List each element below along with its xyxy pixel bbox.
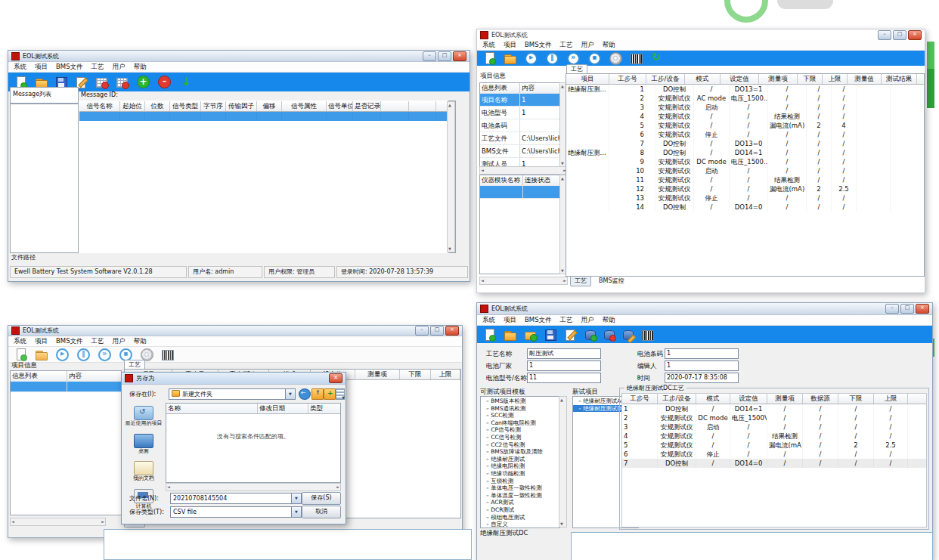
table-row[interactable]: 6安规测试仪停止//// bbox=[566, 130, 924, 139]
up-folder-icon[interactable] bbox=[311, 388, 324, 400]
menu-item[interactable]: 工艺 bbox=[91, 337, 104, 346]
table-row[interactable]: 绝缘耐压测...8DO控制/DO14=1/// bbox=[566, 148, 924, 157]
table-import-icon[interactable] bbox=[96, 76, 108, 88]
stop-icon[interactable] bbox=[119, 348, 132, 361]
table-row[interactable]: 5安规测试仪//漏电流(mA)/22.5 bbox=[622, 441, 926, 450]
window-button[interactable]: – bbox=[415, 326, 429, 336]
table-row[interactable] bbox=[79, 112, 448, 121]
window-button[interactable]: × bbox=[916, 304, 929, 314]
skip-icon[interactable] bbox=[567, 52, 580, 65]
save-in-combobox[interactable]: 新建文件夹 ▼ bbox=[169, 388, 296, 400]
table-row[interactable]: 4安规测试仪//结果检测// bbox=[566, 112, 924, 121]
menu-item[interactable]: BMS文件 bbox=[56, 63, 83, 72]
close-icon[interactable]: × bbox=[329, 373, 342, 383]
menu-item[interactable]: 帮助 bbox=[603, 41, 615, 50]
menu-item[interactable]: 工艺 bbox=[91, 63, 104, 72]
file-type-select[interactable]: CSV file ▼ bbox=[170, 506, 302, 518]
template-item[interactable]: BMS故障读取及清除 bbox=[481, 448, 559, 456]
menu-item[interactable]: 系统 bbox=[482, 41, 495, 50]
menu-item[interactable]: BMS文件 bbox=[525, 316, 552, 325]
barcode-icon[interactable] bbox=[631, 54, 643, 64]
window-button[interactable]: × bbox=[908, 30, 922, 40]
new-file-icon[interactable] bbox=[484, 329, 496, 341]
table-row[interactable]: 2安规测试仪AC mode电压_1500.../// bbox=[566, 94, 924, 103]
pause-icon[interactable] bbox=[77, 348, 90, 361]
back-icon[interactable] bbox=[299, 388, 311, 400]
template-item[interactable]: 互锁检测 bbox=[481, 478, 559, 485]
window-button[interactable]: × bbox=[445, 326, 459, 336]
table-row[interactable]: 绝缘耐压测...1DO控制/DO13=1/// bbox=[566, 85, 924, 94]
open-folder-icon[interactable] bbox=[504, 52, 516, 64]
barcode-icon[interactable] bbox=[162, 350, 174, 360]
chevron-down-icon[interactable]: ▼ bbox=[291, 493, 301, 503]
template-item[interactable]: 绝缘功能检测 bbox=[481, 470, 559, 478]
table-row[interactable]: 1DO控制/DO14=1//// bbox=[622, 404, 926, 413]
table-row[interactable]: 12安规测试仪//漏电流(mA)22.5 bbox=[566, 184, 924, 193]
table-row[interactable]: 电池条码 bbox=[480, 119, 560, 132]
skip-icon[interactable] bbox=[98, 348, 111, 361]
add-icon[interactable] bbox=[137, 76, 150, 88]
template-item[interactable]: ACR测试 bbox=[481, 499, 559, 506]
template-item[interactable]: SCC检测 bbox=[481, 412, 559, 419]
template-item[interactable]: CP信号检测 bbox=[481, 426, 559, 434]
template-item[interactable]: 单体温度一致性检测 bbox=[481, 492, 559, 500]
window-button[interactable]: □ bbox=[900, 304, 914, 314]
menu-item[interactable]: 帮助 bbox=[134, 337, 147, 346]
battery-barcode-input[interactable]: 1 bbox=[665, 348, 739, 359]
template-item[interactable]: CC信号检测 bbox=[481, 434, 559, 441]
table-row[interactable]: 项目名称1 bbox=[480, 94, 560, 107]
table-row[interactable]: 2安规测试仪DC mode电压_1500V;漏...//// bbox=[622, 413, 926, 422]
remove-icon[interactable] bbox=[158, 76, 171, 88]
window-button[interactable]: – bbox=[423, 51, 436, 61]
window-button[interactable]: □ bbox=[438, 51, 451, 61]
open-folder-icon[interactable] bbox=[36, 348, 48, 360]
file-name-input[interactable]: 20210708145504 ▼ bbox=[170, 493, 302, 504]
template-list[interactable]: BMS版本检测BMS通讯检测SCC检测Can终端电阻检测CP信号检测CC信号检测… bbox=[480, 396, 560, 528]
save-button[interactable]: 保存(S) bbox=[302, 492, 341, 505]
tab-bms-monitor[interactable]: BMS监控 bbox=[595, 277, 628, 286]
editor-input[interactable]: 1 bbox=[665, 360, 739, 371]
start-icon[interactable] bbox=[525, 52, 538, 65]
cancel-button[interactable]: 取消 bbox=[302, 506, 341, 518]
template-item[interactable]: DCR测试 bbox=[481, 506, 559, 514]
menu-item[interactable]: BMS文件 bbox=[525, 41, 552, 50]
table-row[interactable]: 7DO控制/DO13=0/// bbox=[566, 139, 924, 148]
table-row[interactable]: 工艺文件C:\Users\lichangjiang\Desktop\ bbox=[480, 132, 560, 145]
new-file-icon[interactable] bbox=[484, 52, 496, 64]
table-row[interactable]: 14DO控制/DO14=0/// bbox=[566, 203, 924, 212]
pause-icon[interactable] bbox=[546, 52, 559, 65]
message-list-box[interactable] bbox=[10, 104, 79, 253]
chevron-down-icon[interactable]: ▼ bbox=[291, 507, 301, 517]
file-list[interactable]: 名称修改日期类型 没有与搜索条件匹配的项。 bbox=[166, 403, 341, 483]
menu-item[interactable]: 系统 bbox=[14, 63, 26, 72]
save-icon[interactable] bbox=[545, 330, 556, 341]
template-item[interactable]: BMS通讯检测 bbox=[481, 405, 559, 413]
horizontal-scrollbar[interactable] bbox=[479, 166, 568, 175]
vertical-scrollbar[interactable] bbox=[447, 101, 455, 252]
menu-item[interactable]: BMS文件 bbox=[56, 337, 83, 346]
title-bar[interactable]: EOL测试系统 –□× bbox=[8, 51, 470, 62]
window-button[interactable]: – bbox=[878, 30, 891, 40]
table-row[interactable]: BMS文件C:\Users\lichangjiang\Desktop\ bbox=[480, 145, 560, 158]
db-add-icon[interactable] bbox=[585, 330, 596, 340]
battery-maker-input[interactable]: 1 bbox=[527, 360, 601, 371]
menu-item[interactable]: 项目 bbox=[35, 337, 48, 346]
horizontal-scrollbar[interactable] bbox=[479, 277, 568, 285]
menu-item[interactable]: 帮助 bbox=[134, 63, 147, 72]
table-row[interactable]: 4安规测试仪//结果检测/// bbox=[622, 432, 926, 441]
table-row[interactable] bbox=[480, 186, 560, 199]
table-row[interactable]: 7DO控制/DO14=0//// bbox=[622, 459, 926, 468]
chevron-down-icon[interactable]: ▼ bbox=[285, 389, 295, 399]
download-icon[interactable] bbox=[179, 76, 191, 88]
menu-item[interactable]: 用户 bbox=[113, 63, 126, 72]
window-button[interactable]: □ bbox=[430, 326, 444, 336]
template-item[interactable]: Can终端电阻检测 bbox=[481, 419, 559, 427]
template-item[interactable]: 模组电压测试 bbox=[481, 514, 559, 521]
open-folder-icon[interactable] bbox=[504, 329, 516, 341]
folder-new-icon[interactable] bbox=[525, 329, 537, 341]
window-button[interactable]: × bbox=[453, 51, 466, 61]
table-row[interactable]: 电池型号1 bbox=[480, 107, 560, 119]
menu-item[interactable]: 项目 bbox=[504, 316, 516, 325]
table-row[interactable]: 9安规测试仪DC mode电压_1500.../// bbox=[566, 157, 924, 166]
template-item[interactable]: 单体电压一致性检测 bbox=[481, 484, 559, 492]
